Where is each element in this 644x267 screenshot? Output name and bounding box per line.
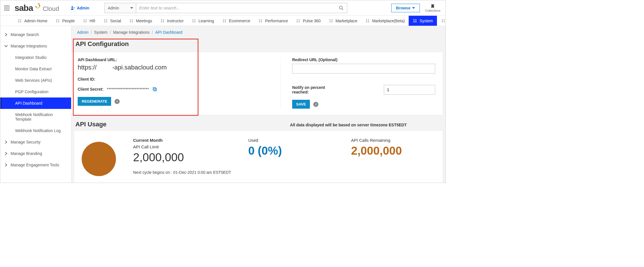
svg-point-11 [56,21,57,22]
brand-main: saba [15,3,33,13]
nav-icon [160,19,165,23]
sidebar-group-manage-security[interactable]: Manage Security [0,136,71,148]
chevron-down-icon [130,7,133,9]
sidebar-group-manage-integrations[interactable]: Manage Integrations [0,40,71,52]
search-icon [339,5,344,11]
nav-tab-hr[interactable]: HR [79,16,99,26]
nav-tab-social[interactable]: Social [99,16,125,26]
sidebar-group-manage-search[interactable]: Manage Search [0,29,71,40]
nav-icon [83,19,87,23]
notify-input[interactable] [384,85,435,95]
svg-point-45 [329,19,330,20]
sidebar-item-monitor-data-extract[interactable]: Monitor Data Extract [11,63,71,75]
nav-icon [329,19,333,23]
nav-tab-pulse-360[interactable]: Pulse 360 [292,16,324,26]
nav-icon [365,19,370,23]
nav-icon [192,19,196,23]
browse-label: Browse [396,6,411,10]
breadcrumb-separator: / [152,30,153,35]
svg-point-17 [104,19,105,20]
info-icon[interactable]: i [313,102,318,107]
svg-point-19 [104,21,105,22]
svg-point-48 [331,21,332,22]
nav-icon [296,19,300,23]
svg-point-50 [368,19,369,20]
hamburger-menu-icon[interactable] [3,4,11,12]
nav-tab-an[interactable]: An [437,16,446,26]
nav-tab-performance[interactable]: Performance [254,16,292,26]
svg-point-10 [58,19,59,20]
breadcrumb-item: System [94,30,108,35]
sidebar-group-manage-engagement-tools[interactable]: Manage Engagement Tools [0,159,71,171]
breadcrumb-item: Manage Integrations [113,30,150,35]
svg-point-53 [414,19,415,20]
sidebar-item-api-dashboard[interactable]: API Dashboard [0,97,71,109]
nav-tab-admin-home[interactable]: Admin Home [13,16,51,26]
used-label: Used [248,138,334,143]
nav-tab-system[interactable]: System [409,16,437,26]
svg-point-42 [299,19,300,20]
breadcrumb-separator: / [91,30,92,35]
svg-point-34 [225,19,226,20]
svg-point-51 [366,21,367,22]
svg-point-31 [192,21,194,22]
nav-tab-label: Instructor [167,19,184,23]
svg-point-3 [71,6,73,8]
admin-link[interactable]: Admin [71,6,89,10]
svg-point-5 [18,19,19,20]
api-usage-card: Current Month API Call Limit 2,000,000 N… [74,131,443,183]
breadcrumb-separator: / [110,30,111,35]
nav-tab-marketplace-beta-[interactable]: Marketplace(Beta) [361,16,409,26]
timezone-note: All data displayed will be based on serv… [290,123,407,127]
search-scope-dropdown[interactable]: Admin [105,3,136,13]
browse-button[interactable]: Browse [391,4,420,12]
svg-point-39 [259,21,260,22]
nav-tab-label: People [62,19,75,23]
nav-tab-people[interactable]: People [51,16,79,26]
sidebar: Manage SearchManage IntegrationsIntegrat… [0,26,71,183]
nav-tab-ecommerce[interactable]: Ecommerce [218,16,254,26]
save-button[interactable]: SAVE [292,100,310,109]
sidebar-group-label: Manage Search [11,32,39,37]
chevron-right-icon [4,152,8,155]
svg-point-56 [416,21,417,22]
nav-tab-marketplace[interactable]: Marketplace [325,16,361,26]
svg-point-20 [106,21,107,22]
sidebar-item-pgp-configuration[interactable]: PGP Configuration [11,86,71,97]
admin-user-icon [71,6,75,10]
search-input[interactable] [136,3,336,13]
limit-value: 2,000,000 [133,151,231,164]
sidebar-item-webhook-notification-log[interactable]: Webhook Notification Log [11,125,71,136]
nav-icon [103,19,108,23]
svg-point-16 [85,21,87,22]
nav-icon [17,19,22,23]
sidebar-item-webhook-notification-template[interactable]: Webhook Notification Template [11,109,71,125]
svg-point-14 [85,19,87,20]
usage-donut-chart [82,142,116,176]
sidebar-group-manage-branding[interactable]: Manage Branding [0,148,71,159]
sidebar-item-integration-studio[interactable]: Integration Studio [11,52,71,63]
svg-point-35 [223,21,224,22]
nav-tab-instructor[interactable]: Instructor [156,16,188,26]
brand-sub: Cloud [43,5,59,13]
svg-point-24 [132,21,133,22]
breadcrumb-item[interactable]: Admin [77,30,89,35]
svg-point-28 [163,21,164,22]
brand-logo[interactable]: saba Cloud [15,3,59,13]
chevron-down-icon [4,44,8,48]
search-button[interactable] [336,3,347,13]
remaining-label: API Calls Remaining [351,138,414,143]
redirect-url-input[interactable] [292,64,435,73]
svg-point-12 [58,21,59,22]
collections-button[interactable]: Collections [425,4,440,12]
svg-point-6 [20,19,21,20]
nav-icon [55,19,60,23]
breadcrumb-item[interactable]: API Dashboard [155,30,182,35]
nav-icon [258,19,263,23]
api-usage-heading: API Usage [75,121,107,128]
nav-tab-meetings[interactable]: Meetings [125,16,156,26]
svg-point-57 [442,19,443,20]
current-month-label: Current Month [133,138,231,143]
nav-tab-learning[interactable]: Learning [188,16,218,26]
sidebar-item-web-services-apis-[interactable]: Web Services (APIs) [11,75,71,86]
